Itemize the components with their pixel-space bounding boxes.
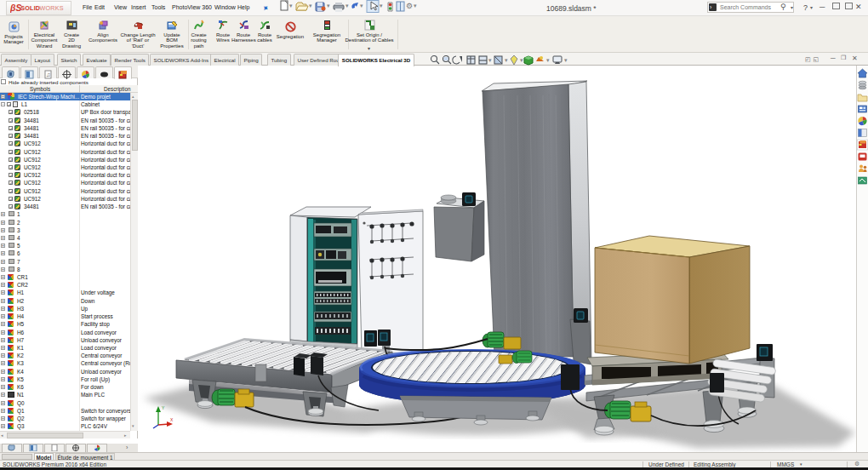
svg-text:X: X: [170, 417, 174, 422]
svg-text:▾: ▾: [546, 57, 550, 63]
svg-text:▾: ▾: [309, 3, 312, 9]
svg-text:▾: ▾: [505, 57, 508, 63]
svg-text:SOLID: SOLID: [20, 4, 40, 12]
svg-text:▾: ▾: [345, 3, 349, 9]
svg-text:▾: ▾: [289, 3, 293, 9]
svg-text:⚙: ⚙: [406, 2, 413, 10]
svg-text:▾: ▾: [564, 57, 568, 63]
svg-text:♫: ♫: [46, 72, 50, 77]
svg-text:▾: ▾: [488, 57, 492, 63]
svg-text:▾: ▾: [380, 3, 383, 9]
svg-text:▾: ▾: [327, 3, 330, 9]
svg-text:▾: ▾: [520, 57, 523, 63]
svg-text:Y: Y: [162, 405, 165, 410]
svg-text:▾: ▾: [414, 3, 417, 9]
svg-text:▾: ▾: [360, 3, 363, 9]
svg-text:WORKS: WORKS: [40, 4, 64, 12]
